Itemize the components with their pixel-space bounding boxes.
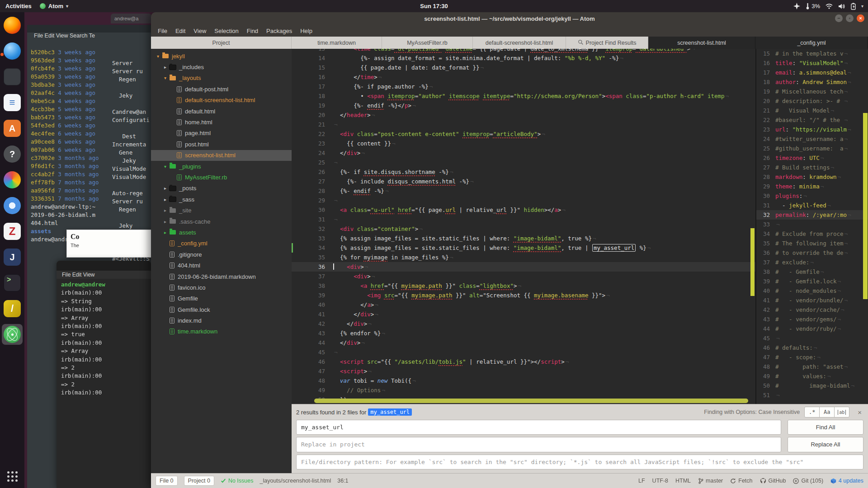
tree-item-2019-06-26-bidaml-markdown[interactable]: 2019-06-26-bidaml.markdown [151,271,292,282]
tab-myassetfilter-rb[interactable]: MyAssetFilter.rb [382,37,473,49]
tree-item-time-markdown[interactable]: time.markdown [151,326,292,337]
grammar[interactable]: HTML [675,478,691,484]
git-branch[interactable]: master [698,478,723,484]
find-all-button[interactable]: Find All [788,420,863,435]
file-problems-count[interactable]: File 0 [156,476,178,486]
tree-item-favicon-ico[interactable]: favicon.ico [151,282,292,293]
tree-item-gemfile-lock[interactable]: Gemfile.lock [151,304,292,315]
tab-screenshot-list-html[interactable]: screenshot-list.html [648,37,755,49]
temperature-indicator[interactable]: 3% [806,3,820,9]
tab-project-header[interactable]: Project [151,37,292,49]
tree-item-post-html[interactable]: post.html [151,139,292,150]
terminal-window-irb[interactable]: File Edit View andrew@andrewirb(main):00… [57,261,151,488]
editor-screenshot-list[interactable]: 13 <time class="dt-published" datetime="… [292,49,755,404]
terminal2-menubar[interactable]: File Edit View [57,271,151,279]
replace-input[interactable] [296,437,781,452]
project-problems-count[interactable]: Project 0 [184,476,214,486]
tree-item--posts[interactable]: ▸_posts [151,183,292,194]
case-option-button[interactable]: Aa [819,407,835,418]
fetch[interactable]: Fetch [730,478,752,484]
tab-config-yml[interactable]: _config.yml [755,37,868,49]
joplin-icon[interactable]: J [2,247,23,267]
editor-config-yml[interactable]: 15# in the templates v16title: "VisualMo… [755,49,868,404]
git-changes[interactable]: Git (105) [793,478,823,484]
writer-icon[interactable]: ≡ [2,92,23,113]
horizontal-scrollbar[interactable] [314,399,748,403]
whole-word-option-button[interactable]: ab [834,407,849,418]
tree-item--sass-cache[interactable]: ▸.sass-cache [151,216,292,227]
tab-default-screenshot-list-html[interactable]: default-screenshot-list.html [473,37,566,49]
terminal1-menubar[interactable]: File Edit View Search Te [27,33,151,41]
text-editor-icon[interactable]: / [2,298,23,319]
tree-item--site[interactable]: ▸_site [151,205,292,216]
code-line-49: 49 // Options [292,385,755,395]
battery-icon[interactable] [851,3,856,10]
tree-item-404-html[interactable]: 404.html [151,260,292,271]
atom-icon[interactable] [2,324,23,345]
tree-item--includes[interactable]: ▸_includes [151,61,292,72]
zotero-icon[interactable]: Z [2,221,23,242]
wifi-icon[interactable] [826,3,833,9]
help-icon[interactable]: ? [2,144,23,164]
menu-item-selection[interactable]: Selection [210,28,242,34]
maximize-button[interactable]: ▫ [846,14,854,22]
tree-item--plugins[interactable]: ▾_plugins [151,161,292,172]
menu-item-help[interactable]: Help [296,28,316,34]
replace-all-button[interactable]: Replace All [788,437,863,452]
close-button[interactable]: × [857,14,864,22]
window-titlebar[interactable]: screenshot-list.html — ~/src/web/vismode… [151,12,868,25]
tree-item-default-html[interactable]: default.html [151,106,292,117]
tree-item-index-md[interactable]: index.md [151,315,292,326]
photos-icon[interactable] [2,169,23,190]
tree-item-screenshot-list-html[interactable]: screenshot-list.html [151,150,292,161]
encoding[interactable]: UTF-8 [652,478,668,484]
tree-item--gitignore[interactable]: .gitignore [151,249,292,260]
tree-item--sass[interactable]: ▸_sass [151,194,292,205]
minimize-button[interactable]: − [835,14,843,22]
tree-item-gemfile[interactable]: Gemfile [151,293,292,304]
line-ending[interactable]: LF [638,478,645,484]
menu-item-find[interactable]: Find [243,28,262,34]
search-icon [578,39,584,47]
github[interactable]: GitHub [760,478,786,484]
clock[interactable]: Sun 17:30 [0,3,868,9]
menu-item-packages[interactable]: Packages [262,28,296,34]
tab-time-markdown[interactable]: time.markdown [292,37,382,49]
tree-item-assets[interactable]: ▸assets [151,227,292,238]
scrollbar-find-marker[interactable] [750,228,755,296]
tree-view[interactable]: ▾jekyll▸_includes▾_layoutsdefault-post.h… [151,49,292,473]
notification-icon[interactable] [793,3,800,9]
system-menu-chevron-icon[interactable]: ▾ [861,4,863,9]
tree-item-default-screenshot-list-html[interactable]: default-screenshot-list.html [151,95,292,106]
tree-item--config-yml[interactable]: _config.yml [151,238,292,249]
zotero-icon: Z [4,223,21,240]
firefox-icon[interactable] [2,15,23,36]
tree-item--layouts[interactable]: ▾_layouts [151,73,292,84]
file-path[interactable]: _layouts/screenshot-list.html [260,478,331,484]
menu-item-file[interactable]: File [154,28,171,34]
path-pattern-input[interactable] [296,455,863,469]
tab-project-find-results[interactable]: Project Find Results [566,37,648,49]
tree-item-default-post-html[interactable]: default-post.html [151,84,292,94]
updates[interactable]: 4 updates [830,478,863,484]
tree-item-jekyll[interactable]: ▾jekyll [151,51,292,61]
software-store-icon[interactable]: A [2,118,23,139]
menu-item-view[interactable]: View [189,28,210,34]
show-applications-icon[interactable] [7,471,18,482]
volume-icon[interactable] [838,3,845,9]
browser-globe-icon[interactable] [2,41,23,61]
find-input[interactable] [296,420,781,435]
no-issues[interactable]: No Issues [221,478,254,484]
tree-item-page-html[interactable]: page.html [151,128,292,139]
close-find-panel-icon[interactable]: × [856,408,863,416]
scrollbar-find-marker-right[interactable] [863,113,868,299]
regex-option-button[interactable]: .* [804,407,820,418]
file-manager-icon[interactable] [2,66,23,87]
menu-item-edit[interactable]: Edit [171,28,189,34]
cursor-position[interactable]: 36:1 [337,478,348,484]
terminal-icon[interactable]: > [2,272,23,293]
tab-bar: Projecttime.markdownMyAssetFilter.rbdefa… [151,37,868,49]
tree-item-home-html[interactable]: home.html [151,117,292,127]
chromium-icon[interactable] [2,195,23,216]
tree-item-myassetfilter-rb[interactable]: MyAssetFilter.rb [151,172,292,183]
